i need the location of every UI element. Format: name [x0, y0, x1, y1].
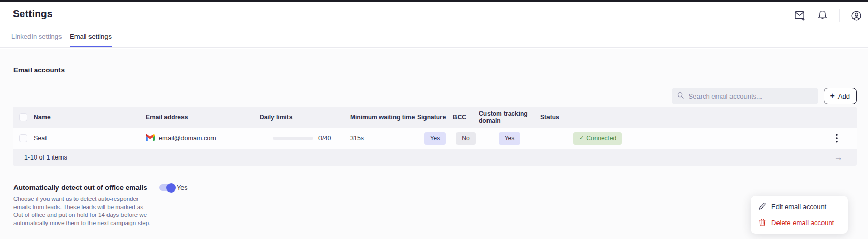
email-accounts-table: Name Email address Daily limits Minimum … [13, 107, 857, 166]
toggle-knob [166, 183, 176, 193]
bcc-badge: No [456, 132, 475, 145]
table-header-row: Name Email address Daily limits Minimum … [13, 107, 857, 128]
out-of-office-title: Automatically detect out of office email… [13, 184, 159, 192]
delete-menu-label: Delete email account [771, 219, 834, 227]
search-icon [677, 91, 684, 101]
out-of-office-toggle[interactable]: Yes [159, 184, 187, 192]
pagination-count: 1-10 of 1 items [13, 154, 146, 161]
daily-limit-progress-bar [273, 137, 313, 140]
edit-email-account-menu-item[interactable]: Edit email account [751, 199, 848, 215]
compose-mail-icon[interactable] [794, 10, 806, 22]
out-of-office-setting: Automatically detect out of office email… [13, 184, 303, 228]
row-email-address: email@domain.com [159, 135, 216, 142]
page-title: Settings [13, 8, 53, 20]
email-settings-panel: Email accounts + Add Name Email address … [0, 49, 868, 239]
col-header-custom-tracking-domain: Custom tracking domain [479, 110, 540, 124]
settings-tabs: LinkedIn settings Email settings [0, 30, 868, 48]
toggle-label: Yes [177, 184, 187, 192]
row-checkbox[interactable] [19, 134, 27, 142]
signature-badge: Yes [424, 132, 446, 145]
plus-icon: + [830, 91, 835, 101]
edit-menu-label: Edit email account [771, 203, 826, 211]
trash-icon [758, 218, 766, 228]
col-header-status: Status [540, 114, 637, 121]
toggle-switch-on[interactable] [159, 184, 175, 191]
tab-linkedin-settings[interactable]: LinkedIn settings [11, 33, 62, 46]
table-footer-row: 1-10 of 1 items → [13, 149, 857, 166]
row-actions-menu: Edit email account Delete email account [751, 196, 848, 234]
notifications-bell-icon[interactable] [817, 10, 828, 21]
section-heading-email-accounts: Email accounts [13, 66, 65, 74]
col-header-name: Name [34, 114, 146, 121]
header-divider [839, 9, 840, 22]
pagination-next-arrow[interactable]: → [637, 153, 857, 162]
out-of-office-description: Choose if you want us to detect auto-res… [13, 195, 153, 228]
select-all-checkbox[interactable] [19, 113, 27, 121]
row-name: Seat [34, 135, 146, 142]
col-header-email-address: Email address [146, 114, 260, 121]
status-badge-label: Connected [586, 135, 616, 142]
delete-email-account-menu-item[interactable]: Delete email account [751, 215, 848, 231]
row-actions-kebab-icon[interactable] [834, 133, 840, 144]
user-avatar-icon[interactable] [851, 10, 862, 21]
daily-limit-value: 0/40 [318, 135, 331, 142]
edit-pencil-icon [758, 202, 766, 212]
check-icon: ✓ [579, 135, 584, 141]
col-header-signature: Signature [417, 114, 453, 121]
status-badge: ✓ Connected [573, 132, 622, 145]
header-actions [794, 9, 862, 22]
search-email-accounts-input[interactable] [689, 92, 813, 100]
add-email-account-button[interactable]: + Add [824, 88, 857, 104]
tab-email-settings[interactable]: Email settings [70, 33, 112, 47]
table-row: Seat email@domain.com 0/40 315s [13, 128, 857, 149]
col-header-daily-limits: Daily limits [260, 114, 350, 121]
add-button-label: Add [838, 92, 850, 100]
search-box[interactable] [672, 88, 818, 104]
row-minimum-waiting-time: 315s [350, 135, 417, 142]
table-toolbar: + Add [672, 88, 857, 104]
col-header-minimum-waiting-time: Minimum waiting time [350, 114, 417, 121]
gmail-icon [146, 134, 155, 142]
window-top-edge [0, 0, 868, 2]
custom-tracking-domain-badge: Yes [499, 132, 521, 145]
col-header-bcc: BCC [453, 114, 479, 121]
